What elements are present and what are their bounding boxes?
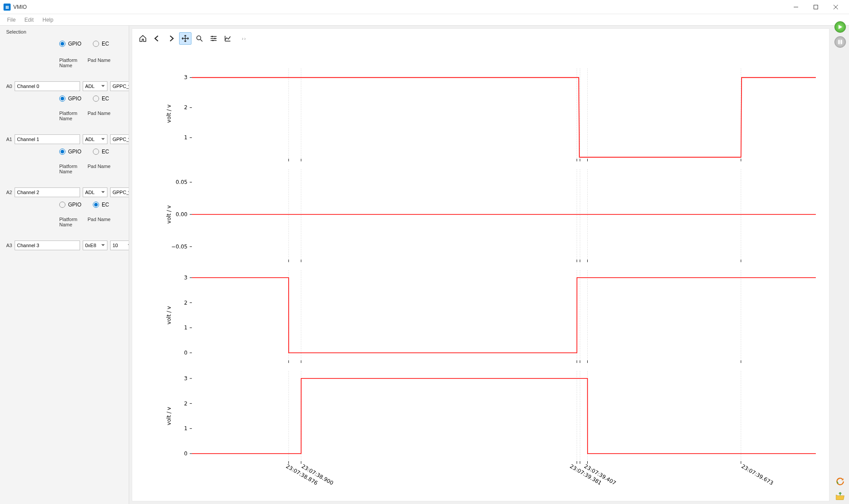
svg-text:0: 0 xyxy=(184,451,187,457)
mode-row-a2: GPIOEC xyxy=(59,149,123,155)
app-title: VMIO xyxy=(13,4,27,10)
channel-id: A3 xyxy=(6,243,12,248)
plots-svg[interactable]: 123volt / v−0.050.000.05volt / v0123volt… xyxy=(132,29,829,501)
channel-name-input[interactable] xyxy=(15,187,80,197)
open-folder-icon[interactable] xyxy=(834,491,846,502)
global-gpio-radio[interactable]: GPIO xyxy=(59,41,81,47)
svg-text:0.05: 0.05 xyxy=(176,179,187,185)
mode-row-a1: GPIOEC xyxy=(59,95,123,102)
platform-select[interactable]: ADL xyxy=(83,187,107,197)
chart-panel: ›› 123volt / v−0.050.000.05volt / v0123v… xyxy=(132,28,830,501)
svg-text:volt / v: volt / v xyxy=(166,104,172,122)
channel-id: A1 xyxy=(6,137,12,142)
channel-block-a3: Platform NamePad NameA30xE810 xyxy=(6,217,123,250)
column-headers: Platform NamePad Name xyxy=(6,217,123,227)
svg-text:volt / v: volt / v xyxy=(166,407,172,425)
ec-label: EC xyxy=(102,41,109,47)
channel-row-a1: A1ADLGPPC_A2 xyxy=(6,134,123,144)
channel-name-input[interactable] xyxy=(15,81,80,91)
column-headers: Platform NamePad Name xyxy=(6,111,123,121)
gpio-radio[interactable]: GPIO xyxy=(59,202,81,208)
channel-block-a1: Platform NamePad NameA1ADLGPPC_A2GPIOEC xyxy=(6,111,123,155)
svg-text:3: 3 xyxy=(184,74,187,80)
channel-id: A0 xyxy=(6,84,12,89)
svg-text:1: 1 xyxy=(184,425,187,431)
titlebar: ▦ VMIO xyxy=(0,0,849,14)
global-mode-row: GPIO EC xyxy=(59,41,123,47)
maximize-button[interactable] xyxy=(806,0,826,14)
svg-rect-0 xyxy=(814,5,818,9)
channel-row-a3: A30xE810 xyxy=(6,241,123,250)
platform-header: Platform Name xyxy=(59,164,85,174)
channel-id: A2 xyxy=(6,190,12,195)
ec-radio[interactable]: EC xyxy=(93,202,109,208)
svg-text:2: 2 xyxy=(184,300,187,306)
svg-text:−0.05: −0.05 xyxy=(171,244,187,250)
platform-select[interactable]: ADL xyxy=(83,134,107,144)
pad-header: Pad Name xyxy=(88,111,111,121)
sidebar: Selection GPIO EC Platform NamePad NameA… xyxy=(0,26,129,504)
svg-text:3: 3 xyxy=(184,275,187,281)
svg-text:0: 0 xyxy=(184,350,187,356)
refresh-icon[interactable] xyxy=(834,476,846,487)
svg-text:23:07:39.673: 23:07:39.673 xyxy=(740,463,774,486)
gpio-radio[interactable]: GPIO xyxy=(59,149,81,155)
selection-title: Selection xyxy=(6,29,123,34)
pad-select[interactable]: GPPC_E7 xyxy=(110,81,129,91)
close-button[interactable] xyxy=(826,0,845,14)
channel-row-a2: A2ADLGPPC_A1 xyxy=(6,187,123,197)
gpio-radio[interactable]: GPIO xyxy=(59,95,81,102)
column-headers: Platform NamePad Name xyxy=(6,164,123,174)
svg-text:1: 1 xyxy=(184,325,187,331)
platform-header: Platform Name xyxy=(59,111,85,121)
channel-name-input[interactable] xyxy=(15,134,80,144)
platform-header: Platform Name xyxy=(59,57,85,68)
menubar: File Edit Help xyxy=(0,14,849,26)
menu-help[interactable]: Help xyxy=(38,15,58,25)
global-ec-radio[interactable]: EC xyxy=(93,41,109,47)
pad-select[interactable]: GPPC_A2 xyxy=(110,134,129,144)
ec-radio[interactable]: EC xyxy=(93,95,109,102)
channel-name-input[interactable] xyxy=(15,241,80,250)
menu-file[interactable]: File xyxy=(3,15,20,25)
pause-icon[interactable] xyxy=(834,36,846,48)
svg-text:3: 3 xyxy=(184,375,187,382)
content: Selection GPIO EC Platform NamePad NameA… xyxy=(0,26,849,504)
ec-radio[interactable]: EC xyxy=(93,149,109,155)
svg-text:2: 2 xyxy=(184,104,187,111)
platform-select[interactable]: 0xE8 xyxy=(83,241,107,250)
platform-header: Platform Name xyxy=(59,217,85,227)
gpio-label: GPIO xyxy=(68,41,81,47)
channel-row-a0: A0ADLGPPC_E7 xyxy=(6,81,123,91)
platform-select[interactable]: ADL xyxy=(83,81,107,91)
svg-text:volt / v: volt / v xyxy=(166,306,172,324)
svg-rect-90 xyxy=(838,40,840,44)
minimize-button[interactable] xyxy=(786,0,806,14)
svg-text:volt / v: volt / v xyxy=(166,205,172,223)
svg-text:0.00: 0.00 xyxy=(176,211,187,218)
svg-text:1: 1 xyxy=(184,134,187,141)
pad-select[interactable]: 10 xyxy=(110,241,129,250)
pad-header: Pad Name xyxy=(88,57,111,68)
pad-select[interactable]: GPPC_A1 xyxy=(110,187,129,197)
svg-text:2: 2 xyxy=(184,401,187,407)
mode-row-a3: GPIOEC xyxy=(59,202,123,208)
run-icon[interactable] xyxy=(834,21,846,33)
app-icon: ▦ xyxy=(4,4,11,11)
channel-block-a0: Platform NamePad NameA0ADLGPPC_E7GPIOEC xyxy=(6,57,123,102)
menu-edit[interactable]: Edit xyxy=(20,15,38,25)
pad-header: Pad Name xyxy=(88,217,111,227)
pad-header: Pad Name xyxy=(88,164,111,174)
channel-block-a2: Platform NamePad NameA2ADLGPPC_A1GPIOEC xyxy=(6,164,123,208)
svg-rect-91 xyxy=(841,40,842,44)
column-headers: Platform NamePad Name xyxy=(6,57,123,68)
right-rail xyxy=(833,21,847,502)
